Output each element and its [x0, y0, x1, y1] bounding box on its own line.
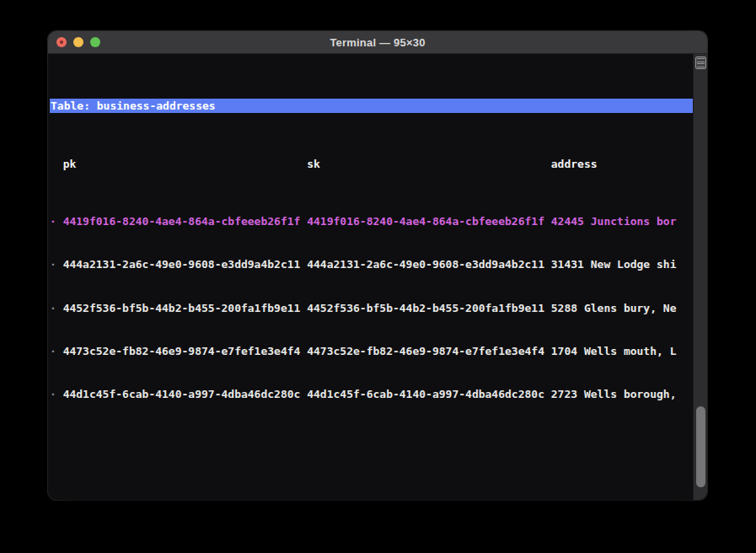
scrollbar-thumb[interactable]	[696, 406, 705, 487]
table-row[interactable]: · 4473c52e-fb82-46e9-9874-e7fef1e3e4f4 4…	[50, 344, 693, 358]
cell-pk: 444a2131-2a6c-49e0-9608-e3dd9a4b2c11	[63, 257, 308, 271]
cell-sk: 444a2131-2a6c-49e0-9608-e3dd9a4b2c11	[307, 257, 551, 271]
row-marker-icon: ·	[50, 301, 63, 315]
cell-address: 1704 Wells mouth, L	[551, 344, 693, 358]
split-pane-icon[interactable]	[695, 56, 706, 69]
cell-address: 31431 New Lodge shi	[551, 257, 693, 271]
empty-terminal-area	[50, 445, 693, 500]
row-marker-icon: ·	[50, 387, 63, 401]
column-header-address: address	[551, 157, 693, 171]
minimize-button[interactable]	[73, 37, 83, 47]
terminal-screen: Table: business-addresses pk sk address …	[48, 54, 693, 500]
cell-address: 42445 Junctions bor	[551, 214, 693, 228]
cell-pk: 4419f016-8240-4ae4-864a-cbfeeeb26f1f	[63, 214, 308, 228]
row-marker-icon: ·	[50, 214, 63, 228]
table-row[interactable]: · 444a2131-2a6c-49e0-9608-e3dd9a4b2c11 4…	[50, 257, 693, 271]
column-header-pk: pk	[63, 157, 308, 171]
table-row[interactable]: · 4419f016-8240-4ae4-864a-cbfeeeb26f1f 4…	[50, 214, 693, 228]
cell-sk: 4419f016-8240-4ae4-864a-cbfeeeb26f1f	[307, 214, 551, 228]
cell-sk: 44d1c45f-6cab-4140-a997-4dba46dc280c	[307, 387, 551, 401]
close-button[interactable]	[56, 37, 67, 47]
table-title-bar: Table: business-addresses	[50, 99, 693, 113]
row-marker-icon: ·	[50, 344, 63, 358]
terminal-window: Terminal — 95×30 Table: business-address…	[48, 31, 707, 500]
window-titlebar[interactable]: Terminal — 95×30	[48, 31, 707, 54]
table-header-row: pk sk address	[50, 157, 693, 171]
cell-sk: 4473c52e-fb82-46e9-9874-e7fef1e3e4f4	[307, 344, 551, 358]
maximize-button[interactable]	[90, 37, 100, 47]
column-header-sk: sk	[307, 157, 551, 171]
terminal-content: Table: business-addresses pk sk address …	[48, 54, 707, 500]
cell-pk: 44d1c45f-6cab-4140-a997-4dba46dc280c	[63, 387, 308, 401]
cell-pk: 4452f536-bf5b-44b2-b455-200fa1fb9e11	[63, 301, 308, 315]
cell-pk: 4473c52e-fb82-46e9-9874-e7fef1e3e4f4	[63, 344, 308, 358]
scrollbar-track[interactable]	[693, 54, 707, 500]
table-row[interactable]: · 4452f536-bf5b-44b2-b455-200fa1fb9e11 4…	[50, 301, 693, 315]
traffic-lights	[56, 31, 100, 53]
window-title: Terminal — 95×30	[330, 36, 425, 49]
cell-sk: 4452f536-bf5b-44b2-b455-200fa1fb9e11	[307, 301, 551, 315]
table-row[interactable]: · 44d1c45f-6cab-4140-a997-4dba46dc280c 4…	[50, 387, 693, 401]
row-marker-icon: ·	[50, 257, 63, 271]
unsaved-dot-icon	[60, 40, 63, 44]
table-title: Table: business-addresses	[51, 99, 216, 112]
cell-address: 2723 Wells borough,	[551, 387, 693, 401]
cell-address: 5288 Glens bury, Ne	[551, 301, 693, 315]
